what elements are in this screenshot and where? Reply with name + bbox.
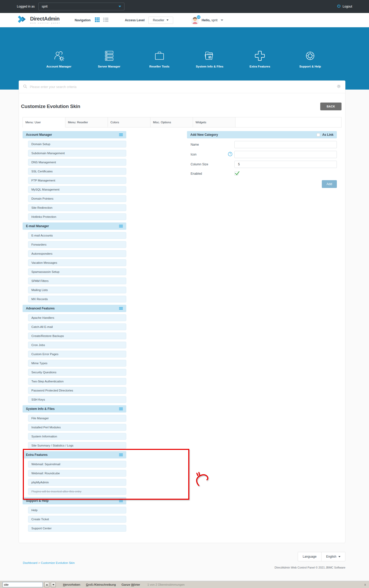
menu-item-password-protected-directories[interactable]: Password Protected Directories	[28, 387, 126, 394]
menu-item-create-restore-backups[interactable]: Create/Restore Backups	[28, 333, 126, 339]
directadmin-logo[interactable]: DirectAdmin web control panel	[17, 15, 60, 26]
menu-item-custom-error-pages[interactable]: Custom Error Pages	[28, 351, 126, 357]
menu-item-mime-types[interactable]: Mime Types	[28, 360, 126, 367]
search-input[interactable]	[30, 85, 334, 89]
tab-colors[interactable]: Colors	[108, 117, 150, 127]
drag-handle-icon[interactable]	[119, 133, 123, 136]
menu-item-ssl-certificates[interactable]: SSL Certificates	[28, 168, 126, 175]
back-button[interactable]: BACK	[320, 103, 342, 110]
column-size-label: Column Size	[187, 163, 234, 166]
menu-item-forwarders[interactable]: Forwarders	[28, 241, 126, 248]
primary-nav: Account ManagerServer ManagerReseller To…	[0, 27, 369, 68]
plus-icon	[254, 50, 266, 62]
menu-item-subdomain-management[interactable]: Subdomain Management	[28, 150, 126, 157]
logo-chevrons-icon	[17, 15, 28, 26]
menu-item-installed-perl-modules[interactable]: Installed Perl Modules	[28, 424, 126, 431]
menu-item-apache-handlers[interactable]: Apache Handlers	[28, 314, 126, 321]
tab-widgets[interactable]: Widgets	[193, 117, 235, 127]
menu-item-dns-management[interactable]: DNS Management	[28, 159, 126, 166]
menu-item-domain-pointers[interactable]: Domain Pointers	[28, 195, 126, 202]
access-level-select[interactable]: Reseller	[148, 17, 173, 24]
menu-item-mailing-lists[interactable]: Mailing Lists	[28, 287, 126, 293]
menu-item-two-step-authentication[interactable]: Two-Step Authentication	[28, 378, 126, 385]
as-link-label: As Link	[322, 133, 333, 137]
menu-item-security-questions[interactable]: Security Questions	[28, 369, 126, 376]
menu-item-domain-setup[interactable]: Domain Setup	[28, 141, 126, 147]
category-header-extra-features[interactable]: Extra Features	[23, 451, 126, 458]
menu-item-phpmyadmin[interactable]: phpMyAdmin	[28, 479, 126, 486]
menu-item-e-mail-accounts[interactable]: E-mail Accounts	[28, 232, 126, 239]
menu-item-catch-all-e-mail[interactable]: Catch-All E-mail	[28, 323, 126, 330]
nav-item-server-manager[interactable]: Server Manager	[84, 50, 134, 68]
menu-item-system-information[interactable]: System Information	[28, 433, 126, 440]
nav-item-extra-features[interactable]: Extra Features	[235, 50, 285, 68]
nav-item-account-manager[interactable]: Account Manager	[34, 50, 84, 68]
nav-item-system-info-files[interactable]: System Info & Files	[184, 50, 235, 68]
find-input[interactable]	[3, 582, 43, 587]
drag-handle-icon[interactable]	[119, 307, 123, 310]
enabled-checkbox[interactable]	[234, 172, 238, 175]
menu-item-help[interactable]: Help	[28, 507, 126, 513]
find-previous-button[interactable]	[44, 582, 49, 587]
menu-item-site-redirection[interactable]: Site Redirection	[28, 204, 126, 211]
category-title: Support & Help	[26, 499, 48, 503]
grid-view-icon[interactable]	[95, 17, 100, 23]
menu-item-spam-filters[interactable]: SPAM Filters	[28, 278, 126, 284]
menu-item-autoresponders[interactable]: Autoresponders	[28, 250, 126, 257]
help-question-icon[interactable]: ?	[228, 152, 232, 157]
add-category-button[interactable]: Add	[322, 180, 337, 188]
avatar	[191, 20, 199, 25]
nav-item-support-help[interactable]: Support & Help	[285, 50, 335, 68]
category-header-e-mail-manager[interactable]: E-mail Manager	[23, 222, 126, 230]
menu-item-hotlinks-protection[interactable]: Hotlinks Protection	[28, 213, 126, 220]
drag-handle-icon[interactable]	[119, 499, 123, 502]
breadcrumb-current-link[interactable]: Customize Evolution Skin	[41, 561, 74, 564]
drag-handle-icon[interactable]	[119, 225, 123, 227]
menu-item-mysql-management[interactable]: MySQL Management	[28, 186, 126, 193]
findbar-option-hervorheben[interactable]: Hervorheben	[63, 583, 80, 586]
menu-item-mx-records[interactable]: MX Records	[28, 296, 126, 302]
category-header-advanced-features[interactable]: Advanced Features	[23, 305, 126, 312]
search-settings-gear-icon[interactable]	[337, 84, 341, 90]
find-close-icon[interactable]: x	[364, 583, 366, 586]
menu-item-vacation-messages[interactable]: Vacation Messages	[28, 259, 126, 266]
main-card: Customize Evolution Skin BACK Menu: User…	[19, 80, 345, 543]
user-menu[interactable]: 10 Hello, sprit	[191, 17, 223, 24]
impersonate-user-select[interactable]: sprit	[38, 3, 124, 10]
logout-button[interactable]: Logout	[337, 4, 352, 9]
category-icon-input[interactable]	[234, 151, 337, 158]
menu-item-ssh-keys[interactable]: SSH Keys	[28, 396, 126, 403]
notification-badge[interactable]: 10	[196, 15, 201, 19]
column-size-input[interactable]	[234, 161, 337, 168]
menu-item-ftp-management[interactable]: FTP Management	[28, 177, 126, 184]
language-value-select[interactable]: English	[321, 552, 345, 561]
menu-item-site-summary-statistics-logs[interactable]: Site Summary / Statistics / Logs	[28, 442, 126, 449]
category-header-account-manager[interactable]: Account Manager	[23, 131, 126, 138]
server-stack-icon	[103, 50, 115, 62]
menu-item-webmail-squirrelmail[interactable]: Webmail: Squirrelmail	[28, 461, 126, 468]
category-name-input[interactable]	[234, 141, 337, 148]
findbar-option-gro-kleinschreibung[interactable]: Groß-/Kleinschreibung	[86, 583, 116, 586]
find-next-button[interactable]	[51, 582, 56, 587]
menu-item-file-manager[interactable]: File Manager	[28, 415, 126, 422]
as-link-checkbox[interactable]	[317, 133, 320, 137]
findbar-option-ganze-w-rter[interactable]: Ganze Wörter	[122, 583, 140, 586]
menu-item-webmail-roundcube[interactable]: Webmail: Roundcube	[28, 470, 126, 477]
menu-item-create-ticket[interactable]: Create Ticket	[28, 516, 126, 523]
tab-menu-reseller[interactable]: Menu: Reseller	[65, 117, 108, 127]
drag-handle-icon[interactable]	[119, 454, 123, 456]
category-title: E-mail Manager	[26, 224, 49, 228]
nav-item-reseller-tools[interactable]: Reseller Tools	[134, 50, 185, 68]
breadcrumb-dashboard-link[interactable]: Dashboard	[23, 561, 37, 564]
category-header-support-help[interactable]: Support & Help	[23, 497, 126, 504]
drag-handle-icon[interactable]	[119, 408, 123, 410]
menu-item-spamassassin-setup[interactable]: Spamassassin Setup	[28, 268, 126, 275]
category-header-system-info-files[interactable]: System Info & Files	[23, 405, 126, 413]
list-view-icon[interactable]	[103, 17, 109, 23]
menu-section-extra-features: Extra FeaturesWebmail: SquirrelmailWebma…	[23, 451, 126, 495]
menu-item-cron-jobs[interactable]: Cron Jobs	[28, 342, 126, 348]
menu-item-support-center[interactable]: Support Center	[28, 525, 126, 532]
menu-section-e-mail-manager: E-mail ManagerE-mail AccountsForwardersA…	[23, 222, 126, 302]
tab-menu-user[interactable]: Menu: User	[23, 117, 65, 127]
tab-misc-options[interactable]: Misc. Options	[150, 117, 193, 127]
